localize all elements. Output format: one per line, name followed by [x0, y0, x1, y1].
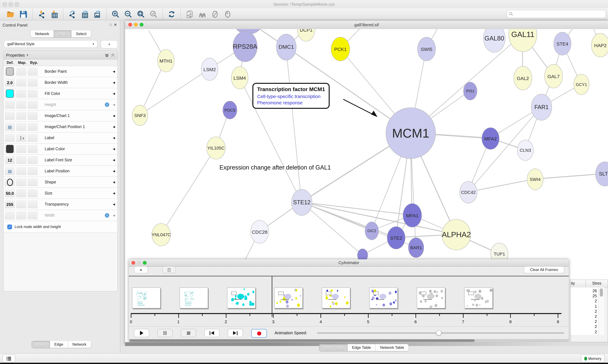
network-annotation-box[interactable]: Transcription factor MCM1 Cell-type-spec… — [252, 83, 330, 109]
bypass-cell[interactable] — [28, 123, 38, 131]
property-row-border-paint[interactable]: Border Paint◀ — [3, 66, 117, 77]
scrollbar-thumb[interactable] — [600, 288, 603, 297]
mapping-cell[interactable] — [16, 101, 26, 109]
node-swi4[interactable]: SWI4 — [527, 169, 543, 190]
node-swi5[interactable]: SWI5 — [417, 37, 436, 61]
bypass-cell[interactable] — [28, 211, 38, 220]
node-cln3[interactable]: CLN3 — [517, 140, 534, 161]
node-rps28a[interactable]: RPS28A — [233, 31, 257, 62]
style-selector[interactable]: galFiltered Style ▾ — [4, 40, 97, 48]
clear-all-frames-button[interactable]: Clear All Frames — [524, 266, 564, 273]
node-ste2[interactable]: STE2 — [387, 226, 405, 249]
bypass-cell[interactable] — [28, 156, 38, 164]
node-pdc5[interactable]: PDC5 — [223, 101, 237, 119]
save-icon[interactable] — [19, 9, 28, 19]
mapping-cell[interactable] — [16, 90, 26, 98]
tab-edge[interactable]: Edge — [50, 341, 68, 348]
default-value-cell[interactable]: 2.0 — [5, 78, 15, 87]
table-cell-value[interactable]: 2 — [595, 325, 597, 329]
node-mth1[interactable]: MTH1 — [157, 49, 175, 72]
frame-thumbnail-3[interactable] — [227, 287, 255, 308]
show-panels-button[interactable] — [2, 354, 15, 363]
column-divider[interactable] — [585, 280, 586, 287]
pause-button[interactable] — [157, 329, 173, 337]
record-button[interactable] — [251, 329, 267, 338]
node-gic2[interactable]: GIC2 — [365, 222, 379, 240]
bypass-cell[interactable] — [28, 134, 38, 142]
clone-network-icon[interactable] — [185, 9, 194, 19]
mapping-cell[interactable] — [16, 167, 26, 175]
stop-button[interactable] — [181, 329, 196, 337]
mapping-cell[interactable] — [16, 145, 26, 153]
node-cdc28[interactable]: CDC28 — [250, 220, 269, 244]
node-gal2[interactable]: GAL2 — [514, 66, 532, 90]
node-bar1[interactable]: BAR1 — [408, 237, 424, 258]
mapping-cell[interactable] — [16, 200, 26, 208]
zoom-out-icon[interactable] — [124, 9, 133, 19]
expand-row-icon[interactable]: ◀ — [113, 92, 115, 95]
frame-thumbnail-7[interactable] — [417, 287, 445, 308]
tab-select[interactable]: Select — [71, 30, 91, 37]
bypass-cell[interactable] — [28, 90, 38, 98]
expand-row-icon[interactable]: ◀ — [113, 169, 115, 173]
default-value-cell[interactable]: 50.0 — [5, 189, 15, 197]
go-to-end-button[interactable] — [228, 329, 243, 337]
node-lsm2[interactable]: LSM2 — [201, 58, 218, 81]
import-network-icon[interactable] — [37, 9, 46, 19]
expand-row-icon[interactable]: ◀ — [113, 114, 115, 117]
property-row-size[interactable]: 50.0Size◀ — [3, 188, 117, 199]
expand-row-icon[interactable]: ◀ — [113, 147, 115, 151]
import-table-icon[interactable] — [49, 9, 59, 19]
open-folder-icon[interactable] — [6, 9, 15, 19]
bypass-cell[interactable] — [28, 101, 38, 109]
property-row-fill-color[interactable]: Fill Color◀ — [3, 88, 117, 99]
default-value-cell[interactable] — [5, 178, 15, 186]
default-value-cell[interactable] — [5, 134, 15, 142]
default-value-cell[interactable] — [5, 90, 15, 98]
node-ste12[interactable]: STE12 — [291, 189, 312, 216]
node-mfa2[interactable]: MFA2 — [482, 128, 499, 150]
info-icon[interactable]: i — [105, 103, 109, 107]
tab-edge-table[interactable]: Edge Table — [347, 344, 376, 351]
table-cell-value[interactable]: 2 — [595, 319, 597, 324]
collapse-all-icon[interactable] — [111, 53, 115, 57]
expand-row-icon[interactable]: ◀ — [113, 81, 115, 84]
add-frame-button[interactable]: + — [134, 266, 148, 273]
property-row-label-color[interactable]: Label Color◀ — [3, 143, 117, 155]
node-pis1[interactable]: PIS1 — [463, 82, 477, 100]
property-row-image-chart-1[interactable]: Image/Chart 1◀ — [3, 110, 117, 121]
node-pck1[interactable]: PCK1 — [331, 37, 350, 61]
property-row-label[interactable]: ⋮›Label◀ — [3, 132, 117, 143]
table-column-headers[interactable]: ity Stres — [570, 280, 608, 288]
export-image-icon[interactable] — [93, 9, 102, 19]
expand-row-icon[interactable]: ◀ — [113, 203, 115, 206]
tab-node-table[interactable]: Node Table — [319, 344, 347, 351]
go-to-start-button[interactable] — [204, 329, 220, 337]
table-cell-value[interactable]: 2 — [595, 314, 597, 319]
node-cdc42[interactable]: CDC42 — [459, 181, 477, 203]
frame-thumbnail-2[interactable] — [180, 287, 208, 308]
bypass-cell[interactable] — [28, 145, 38, 153]
frame-thumbnail-4[interactable] — [274, 287, 303, 308]
table-cell-value[interactable]: 26 — [593, 289, 597, 293]
properties-header[interactable]: Properties ▾ — [3, 51, 117, 59]
mapping-cell[interactable] — [16, 78, 26, 87]
expand-row-icon[interactable]: ◀ — [113, 192, 115, 195]
tab-style[interactable]: Style — [54, 30, 71, 37]
search-field[interactable] — [507, 10, 606, 18]
property-row-border-width[interactable]: 2.0Border Width◀ — [3, 77, 117, 88]
bypass-cell[interactable] — [28, 78, 38, 87]
default-value-cell[interactable] — [5, 101, 15, 109]
default-value-cell[interactable]: 12 — [5, 156, 15, 164]
mapping-cell[interactable] — [16, 112, 26, 120]
default-value-cell[interactable]: ▤ — [5, 123, 15, 131]
mapping-cell[interactable]: ⋮› — [16, 134, 26, 142]
default-value-cell[interactable] — [5, 112, 15, 120]
property-row-label-position[interactable]: ▤Label Position◀ — [3, 166, 117, 177]
mapping-cell[interactable] — [16, 178, 26, 186]
node-alpha2[interactable]: ALPHA2 — [442, 219, 471, 250]
mapping-cell[interactable] — [16, 156, 26, 164]
refresh-layout-icon[interactable] — [167, 9, 176, 19]
node-snf3[interactable]: SNF3 — [132, 105, 148, 126]
node-gal7[interactable]: GAL7 — [544, 64, 563, 88]
